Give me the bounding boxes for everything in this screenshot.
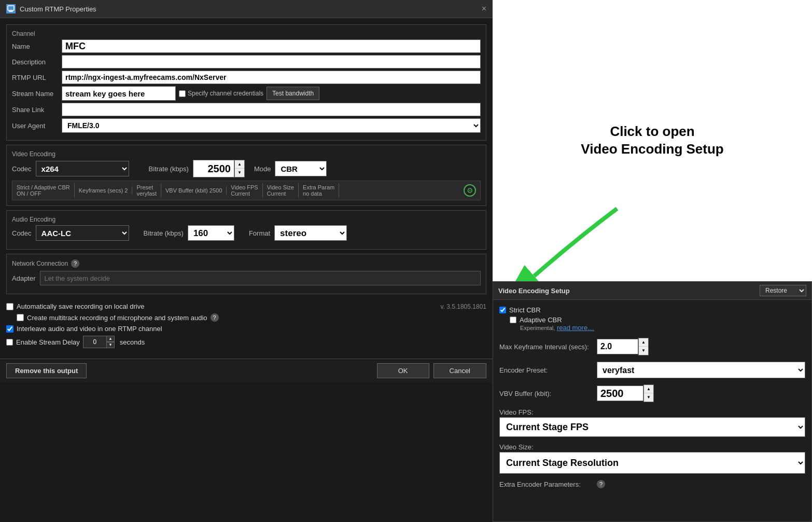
format-label: Format <box>249 229 270 237</box>
description-input[interactable] <box>62 55 481 68</box>
video-size-label: Video Size: <box>499 443 593 451</box>
size-info: Video Size Current <box>263 183 299 198</box>
mode-label: Mode <box>254 165 271 173</box>
multitrack-label: Create multitrack recording of microphon… <box>27 314 207 322</box>
rtmp-url-input[interactable] <box>62 71 481 84</box>
bitrate-input[interactable] <box>193 160 234 177</box>
vbv-down-button[interactable]: ▼ <box>644 393 653 402</box>
stream-key-input[interactable] <box>62 86 176 101</box>
keyframe-spinner: ▲ ▼ <box>597 338 649 355</box>
video-encoding-setup-panel: Video Encoding Setup Restore Strict CBR <box>493 281 812 522</box>
delay-unit: seconds <box>120 338 145 346</box>
keyframe-spinner-buttons: ▲ ▼ <box>638 338 649 355</box>
video-size-label-row: Video Size: <box>499 443 805 451</box>
version-text: v. 3.5.1805.1801 <box>440 303 486 310</box>
read-more-link[interactable]: read more… <box>557 324 594 332</box>
keyframe-up-button[interactable]: ▲ <box>639 338 648 347</box>
dialog-body: Channel Name Description RTMP URL <box>0 18 493 359</box>
page-layout: Custom RTMP Properties × Channel Name De… <box>0 0 812 522</box>
channel-section: Channel Name Description RTMP URL <box>6 24 486 141</box>
annotation-text: Click to open Video Encoding Setup <box>581 123 723 158</box>
audio-bitrate-label: Bitrate (kbps) <box>144 229 184 237</box>
rtmp-url-label: RTMP URL <box>12 74 59 81</box>
mode-select[interactable]: CBR VBR <box>275 161 327 176</box>
title-bar-left: Custom RTMP Properties <box>6 4 96 13</box>
enable-delay-checkbox[interactable] <box>6 339 13 346</box>
delay-down-button[interactable]: ▼ <box>106 342 115 348</box>
remove-output-button[interactable]: Remove this output <box>6 363 87 378</box>
vbv-spinner-buttons: ▲ ▼ <box>643 384 654 402</box>
channel-section-label: Channel <box>12 30 481 37</box>
strict-cbr-checkbox[interactable] <box>499 307 506 313</box>
gear-button[interactable]: ⚙ <box>464 184 476 197</box>
network-label: Network Connection <box>12 260 68 267</box>
encoder-preset-select[interactable]: ultrafast superfast veryfast faster fast… <box>597 362 805 378</box>
vbv-buffer-label: VBV Buffer (kbit): <box>499 390 593 397</box>
auto-save-label: Automatically save recording on local dr… <box>17 303 144 310</box>
green-arrow <box>493 198 638 281</box>
video-size-section: Video Size: Current Stage Resolution 128… <box>499 443 805 474</box>
delay-stepper: ▲ ▼ <box>83 336 115 348</box>
video-codec-label: Codec <box>12 165 32 173</box>
test-bandwidth-button[interactable]: Test bandwidth <box>267 87 319 100</box>
bitrate-down-button[interactable]: ▼ <box>235 169 244 177</box>
setup-body: Strict CBR Adaptive CBR Experimental, re… <box>493 300 811 494</box>
interleave-checkbox[interactable] <box>6 325 13 333</box>
video-size-select[interactable]: Current Stage Resolution 1280x720 1920x1… <box>499 452 805 474</box>
auto-save-checkbox[interactable] <box>6 303 13 310</box>
adapter-input[interactable] <box>40 271 481 285</box>
delay-input[interactable] <box>83 336 106 348</box>
specify-credentials-checkbox[interactable] <box>179 90 186 97</box>
video-fps-select[interactable]: Current Stage FPS 30 60 <box>499 417 805 437</box>
multitrack-help-icon[interactable]: ? <box>211 313 219 322</box>
vbv-spinner: ▲ ▼ <box>597 384 654 402</box>
strict-cbr-row: Strict CBR <box>499 306 805 314</box>
name-input[interactable] <box>62 39 481 53</box>
share-link-input[interactable] <box>62 103 481 116</box>
user-agent-select[interactable]: FMLE/3.0 OBS/1.0 <box>62 118 481 133</box>
video-info-bar: Strict / Adaptive CBR ON / OFF Keyframes… <box>12 181 481 200</box>
vbv-buffer-row: VBV Buffer (kbit): ▲ ▼ <box>499 384 805 402</box>
delay-up-button[interactable]: ▲ <box>106 336 115 342</box>
share-link-row: Share Link <box>12 103 481 116</box>
extra-params-help-icon[interactable]: ? <box>597 480 605 488</box>
vbv-buffer-input[interactable] <box>597 386 643 401</box>
keyframe-interval-input[interactable] <box>597 339 638 354</box>
specify-credentials-label[interactable]: Specify channel credentials <box>179 90 263 97</box>
restore-select[interactable]: Restore <box>760 285 806 296</box>
audio-bitrate-select[interactable]: 64 96 128 160 192 256 320 <box>188 225 234 241</box>
extra-params-label: Extra Encoder Parameters: <box>499 480 593 488</box>
video-encoding-label: Video Encoding <box>12 150 481 158</box>
multitrack-checkbox[interactable] <box>17 314 24 321</box>
network-help-icon[interactable]: ? <box>71 259 79 268</box>
stream-name-row: Stream Name Specify channel credentials … <box>12 86 481 101</box>
bitrate-label: Bitrate (kbps) <box>149 165 189 173</box>
keyframe-interval-row: Max Keyframe Interval (secs): ▲ ▼ <box>499 338 805 355</box>
adaptive-cbr-checkbox[interactable] <box>510 317 516 323</box>
audio-codec-select[interactable]: AAC-LC MP3 <box>36 225 129 241</box>
ok-button[interactable]: OK <box>377 363 429 378</box>
user-agent-label: User Agent <box>12 122 59 130</box>
video-codec-select[interactable]: x264 NVENC H.264 <box>36 161 129 176</box>
cancel-button[interactable]: Cancel <box>433 363 486 378</box>
encoder-preset-label: Encoder Preset: <box>499 366 593 374</box>
stream-name-label: Stream Name <box>12 90 59 98</box>
close-button[interactable]: × <box>482 5 486 13</box>
multitrack-row: Create multitrack recording of microphon… <box>17 313 486 322</box>
rtmp-url-row: RTMP URL <box>12 71 481 84</box>
window-title: Custom RTMP Properties <box>20 5 96 13</box>
format-select[interactable]: mono stereo <box>274 225 347 241</box>
audio-encoding-label: Audio Encoding <box>12 216 481 223</box>
bitrate-spinner-buttons: ▲ ▼ <box>234 160 245 177</box>
vbv-up-button[interactable]: ▲ <box>644 385 653 393</box>
share-link-label: Share Link <box>12 106 59 114</box>
extra-info: Extra Param no data <box>299 183 339 198</box>
keyframe-interval-label: Max Keyframe Interval (secs): <box>499 343 593 351</box>
video-encoding-section: Video Encoding Codec x264 NVENC H.264 Bi… <box>6 145 486 206</box>
enable-delay-label: Enable Stream Delay <box>16 338 80 346</box>
keyframe-down-button[interactable]: ▼ <box>639 347 648 355</box>
bitrate-up-button[interactable]: ▲ <box>235 160 244 169</box>
adapter-row: Adapter <box>12 271 481 285</box>
auto-save-row: Automatically save recording on local dr… <box>6 303 486 310</box>
audio-encoding-section: Audio Encoding Codec AAC-LC MP3 Bitrate … <box>6 210 486 250</box>
